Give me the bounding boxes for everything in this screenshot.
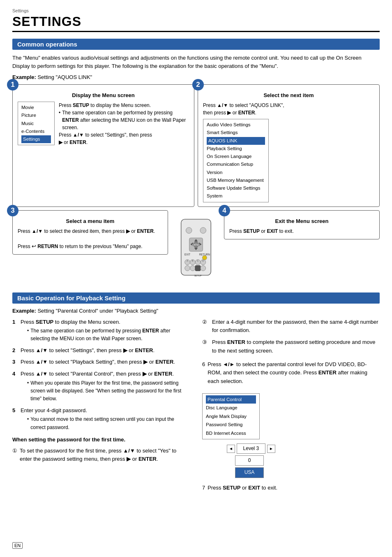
step3-content: Press ▲/▼ to select the desired item, th… [18, 227, 163, 251]
step2-number: 2 [192, 79, 204, 91]
parental-item1: Parental Control [206, 395, 256, 404]
svg-text:SETUP: SETUP [194, 274, 202, 276]
section2: Basic Operation for Playback Setting Exa… [12, 292, 380, 496]
pb-step3: 3 Press ▲/▼ to select "Playback Setting"… [12, 358, 190, 367]
step4-content: Press SETUP or EXIT to exit. [229, 227, 374, 235]
menu-item-econtents: e-Contents [21, 128, 51, 135]
s2-comm: Communication Setup [207, 160, 265, 168]
step1-box: 1 Display the Menu screen Movie Picture … [12, 84, 194, 207]
svg-point-17 [185, 265, 190, 271]
s2-audio-video: Audio Video Settings [207, 121, 265, 129]
step1-title: Display the Menu screen [18, 92, 189, 98]
step7-num: 7 [202, 484, 205, 492]
svg-text:B: B [192, 259, 194, 262]
menu-item-movie: Movie [21, 104, 51, 111]
pb-step4-num: 4 [12, 370, 18, 403]
menu-item-settings: Settings [21, 135, 51, 143]
step4-box: 4 Exit the Menu screen Press SETUP or EX… [224, 210, 380, 239]
step3-number: 3 [7, 205, 18, 216]
right-arrow[interactable]: ► [267, 445, 275, 453]
level-row: ◄ Level 3 ► [227, 443, 380, 454]
step1-instructions: Press SETUP to display the Menu screen. … [59, 102, 189, 148]
page-title: SETTINGS [12, 14, 380, 32]
steps-grid: 1 Display the Menu screen Movie Picture … [12, 84, 380, 284]
basic-ops-header: Basic Operation for Playback Setting [12, 292, 380, 304]
pb-step5-num: 5 [12, 406, 18, 432]
s2-usb: USB Memory Management [207, 176, 265, 184]
step1-content: Movie Picture Music e-Contents Settings … [18, 102, 189, 148]
svg-point-20 [201, 265, 206, 271]
parental-item4: Password Setting [206, 420, 256, 429]
left-col: 1 Press SETUP to display the Menu screen… [12, 318, 190, 496]
step3-box: 3 Select a menu item Press ▲/▼ to select… [12, 210, 168, 255]
s2-smart: Smart Settings [207, 129, 265, 137]
pb-step1-num: 1 [12, 318, 18, 343]
svg-text:EXIT: EXIT [184, 253, 190, 256]
bottom-row: 3 Select a menu item Press ▲/▼ to select… [12, 210, 380, 284]
remote-svg: ENTER EXIT RETURN SETUP [175, 214, 217, 280]
circled-step3: ③ Press ENTER to complete the password s… [202, 338, 380, 355]
password-row: 0 [235, 455, 380, 466]
circled3-num: ③ [202, 338, 210, 355]
pb-step4: 4 Press ▲/▼ to select "Parental Control"… [12, 370, 190, 403]
right-col: ② Enter a 4-digit number for the passwor… [202, 318, 380, 496]
circled1-num: ① [12, 447, 17, 464]
svg-text:D: D [202, 259, 204, 262]
svg-point-18 [190, 265, 195, 271]
svg-point-2 [200, 227, 206, 233]
parental-item5: BD Internet Access [206, 429, 256, 437]
svg-text:A: A [187, 259, 188, 262]
when-heading: When setting the password for the first … [12, 436, 190, 444]
svg-rect-19 [195, 265, 201, 271]
country-row: USA [235, 467, 380, 478]
step1-number: 1 [7, 79, 18, 91]
circled-step2: ② Enter a 4-digit number for the passwor… [202, 318, 380, 335]
svg-text:C: C [197, 259, 199, 262]
intro-text: The "Menu" enables various audio/visual … [12, 54, 380, 70]
svg-point-1 [186, 227, 192, 233]
remote-control: ENTER EXIT RETURN SETUP [171, 210, 221, 284]
menu-item-music: Music [21, 120, 51, 128]
step1-menu: Movie Picture Music e-Contents Settings [18, 102, 55, 145]
step7: 7 Press SETUP or EXIT to exit. [202, 484, 380, 492]
country-value: USA [235, 467, 264, 478]
common-ops-header: Common operations [12, 39, 380, 50]
s2-aquos: AQUOS LINK [207, 137, 265, 145]
level-value: Level 3 [237, 443, 265, 454]
parental-item3: Angle Mark Display [206, 412, 256, 420]
step2-box: 2 Select the next item Press ▲/▼ to sele… [198, 84, 380, 207]
circled2-num: ② [202, 318, 210, 335]
breadcrumb: Settings [12, 8, 380, 13]
circled-step1: ① To set the password for the first time… [12, 447, 190, 464]
menu-item-picture: Picture [21, 111, 51, 119]
s2-playback: Playback Setting [207, 145, 265, 153]
pb-step2: 2 Press ▲/▼ to select "Settings", then p… [12, 346, 190, 355]
left-arrow[interactable]: ◄ [227, 445, 235, 453]
pb-step5: 5 Enter your 4-digit password. • You can… [12, 406, 190, 432]
step2-menu: Audio Video Settings Smart Settings AQUO… [203, 119, 269, 202]
level-controls: ◄ Level 3 ► 0 USA [227, 443, 380, 478]
step2-title: Select the next item [203, 92, 374, 98]
s2-software: Software Update Settings [207, 184, 265, 192]
s2-language: On Screen Language [207, 153, 265, 160]
parental-menu-mockup: Parental Control Disc Language Angle Mar… [202, 393, 260, 439]
playback-grid: 1 Press SETUP to display the Menu screen… [12, 318, 380, 496]
password-value: 0 [235, 455, 264, 466]
pb-step3-num: 3 [12, 358, 18, 367]
pb-step1: 1 Press SETUP to display the Menu screen… [12, 318, 190, 343]
step4-title: Exit the Menu screen [229, 218, 374, 224]
step6: 6 Press ◄/► to select the parental contr… [202, 360, 380, 386]
basic-example: Example: Setting "Parental Control" unde… [12, 308, 380, 314]
footer-en: EN [12, 542, 23, 549]
pb-step2-num: 2 [12, 346, 18, 355]
svg-text:ENTER: ENTER [192, 244, 200, 246]
step3-title: Select a menu item [18, 218, 163, 224]
s2-version: Version [207, 169, 265, 176]
step4-number: 4 [219, 205, 230, 216]
step2-content: Press ▲/▼ to select "AQUOS LINK",then pr… [203, 102, 374, 202]
parental-item2: Disc Language [206, 404, 256, 412]
step6-num: 6 [202, 360, 205, 386]
s2-system: System [207, 192, 265, 200]
